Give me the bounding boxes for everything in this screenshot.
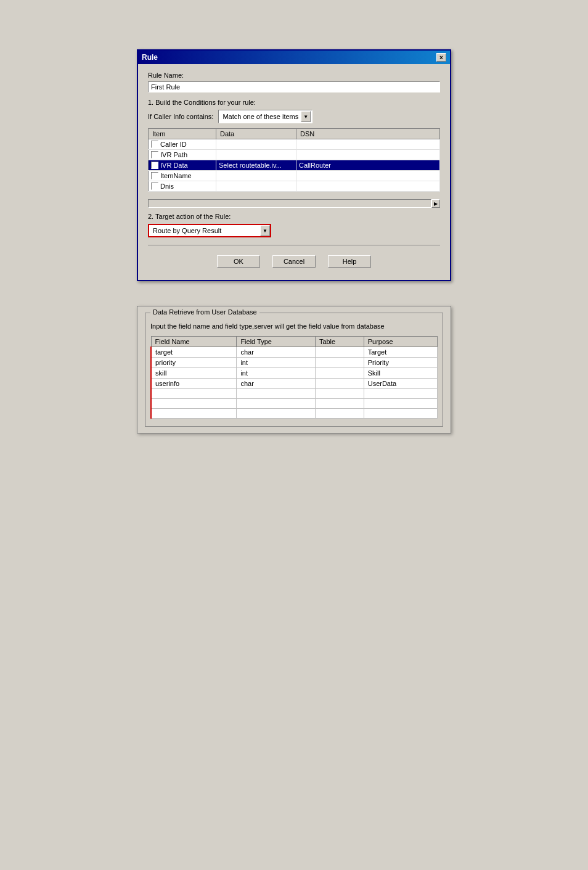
caller-info-label: If Caller Info contains: xyxy=(148,113,213,120)
col-data: Data xyxy=(216,129,296,139)
rule-name-label: Rule Name: xyxy=(148,72,440,79)
empty-field-name xyxy=(151,409,237,419)
target-dropdown[interactable]: Route by Query Result ▼ xyxy=(148,224,271,237)
empty-field-name xyxy=(151,399,237,409)
table-row-selected[interactable]: ✓ IVR Data Select routetable.iv... CallR… xyxy=(149,160,440,171)
target-dropdown-value: Route by Query Result xyxy=(149,226,260,236)
item-cell: ItemName xyxy=(149,171,216,181)
empty-row xyxy=(151,399,438,409)
step2-label: 2. Target action of the Rule: xyxy=(148,213,440,220)
dsn-cell xyxy=(296,139,440,150)
table-row[interactable]: Caller ID xyxy=(149,139,440,150)
purpose-cell: Skill xyxy=(364,368,437,379)
dialog-divider xyxy=(148,245,440,245)
scrollbar-track[interactable] xyxy=(148,199,431,208)
table-row[interactable]: Dnis xyxy=(149,181,440,192)
match-dropdown[interactable]: Match one of these items ▼ xyxy=(218,110,312,123)
caller-id-checkbox[interactable] xyxy=(151,141,158,148)
dsn-cell xyxy=(296,150,440,160)
data-row[interactable]: userinfo char UserData xyxy=(151,379,438,389)
group-box-title: Data Retrieve from User Database xyxy=(150,308,259,316)
ivr-data-checkbox[interactable]: ✓ xyxy=(151,162,158,169)
field-type-cell: char xyxy=(237,347,315,358)
dsn-cell xyxy=(296,171,440,181)
itemname-checkbox[interactable] xyxy=(151,172,158,179)
data-retrieve-dialog: Data Retrieve from User Database Input t… xyxy=(137,306,451,433)
data-retrieve-table: Field Name Field Type Table Purpose targ… xyxy=(150,336,438,419)
data-cell: Select routetable.iv... xyxy=(216,160,296,171)
table-cell xyxy=(315,379,364,389)
button-row: OK Cancel Help xyxy=(148,252,440,273)
ok-button[interactable]: OK xyxy=(217,255,260,268)
col-dsn: DSN xyxy=(296,129,440,139)
data-row[interactable]: priority int Priority xyxy=(151,358,438,368)
table-row[interactable]: IVR Path xyxy=(149,150,440,160)
col-field-type: Field Type xyxy=(237,337,315,347)
match-dropdown-value: Match one of these items xyxy=(220,112,301,121)
item-cell: IVR Path xyxy=(149,150,216,160)
rule-dialog-close-button[interactable]: × xyxy=(436,53,446,62)
purpose-cell: Target xyxy=(364,347,437,358)
dsn-cell: CallRouter xyxy=(296,160,440,171)
empty-field-name xyxy=(151,389,237,399)
table-cell xyxy=(315,368,364,379)
purpose-cell: Priority xyxy=(364,358,437,368)
data-retrieve-group: Data Retrieve from User Database Input t… xyxy=(145,313,443,427)
dsn-cell xyxy=(296,181,440,192)
conditions-row: If Caller Info contains: Match one of th… xyxy=(148,110,440,123)
help-button[interactable]: Help xyxy=(328,255,371,268)
field-name-cell: target xyxy=(151,347,237,358)
cancel-button[interactable]: Cancel xyxy=(272,255,316,268)
field-type-cell: char xyxy=(237,379,315,389)
target-dropdown-arrow-icon: ▼ xyxy=(260,225,270,236)
ivr-path-checkbox[interactable] xyxy=(151,151,158,158)
table-cell xyxy=(315,358,364,368)
rule-dialog-titlebar: Rule × xyxy=(138,51,450,64)
data-cell xyxy=(216,150,296,160)
match-dropdown-arrow-icon: ▼ xyxy=(301,111,311,122)
target-section: 2. Target action of the Rule: Route by Q… xyxy=(148,213,440,237)
field-name-cell: priority xyxy=(151,358,237,368)
data-row[interactable]: target char Target xyxy=(151,347,438,358)
col-table: Table xyxy=(315,337,364,347)
step1-label: 1. Build the Conditions for your rule: xyxy=(148,99,440,106)
item-cell: Dnis xyxy=(149,181,216,192)
item-cell: ✓ IVR Data xyxy=(149,160,216,171)
data-row[interactable]: skill int Skill xyxy=(151,368,438,379)
purpose-cell: UserData xyxy=(364,379,437,389)
col-purpose: Purpose xyxy=(364,337,437,347)
field-type-cell: int xyxy=(237,368,315,379)
scroll-right-button[interactable]: ▶ xyxy=(431,199,440,208)
dnis-checkbox[interactable] xyxy=(151,183,158,190)
data-cell xyxy=(216,181,296,192)
item-cell: Caller ID xyxy=(149,139,216,150)
rule-dialog: Rule × Rule Name: 1. Build the Condition… xyxy=(137,49,451,281)
group-description: Input the field name and field type,serv… xyxy=(150,322,438,331)
data-cell xyxy=(216,139,296,150)
data-cell xyxy=(216,171,296,181)
col-field-name: Field Name xyxy=(151,337,237,347)
rule-dialog-title: Rule xyxy=(142,53,158,62)
table-cell xyxy=(315,347,364,358)
target-dropdown-wrapper: Route by Query Result ▼ xyxy=(148,224,440,237)
col-item: Item xyxy=(149,129,216,139)
horizontal-scrollbar: ▶ xyxy=(148,199,440,208)
field-name-cell: skill xyxy=(151,368,237,379)
rule-name-input[interactable] xyxy=(148,81,440,92)
field-name-cell: userinfo xyxy=(151,379,237,389)
empty-row xyxy=(151,389,438,399)
rule-dialog-body: Rule Name: 1. Build the Conditions for y… xyxy=(138,64,450,280)
table-row[interactable]: ItemName xyxy=(149,171,440,181)
field-type-cell: int xyxy=(237,358,315,368)
items-table: Item Data DSN Caller ID xyxy=(148,128,440,192)
empty-row xyxy=(151,409,438,419)
